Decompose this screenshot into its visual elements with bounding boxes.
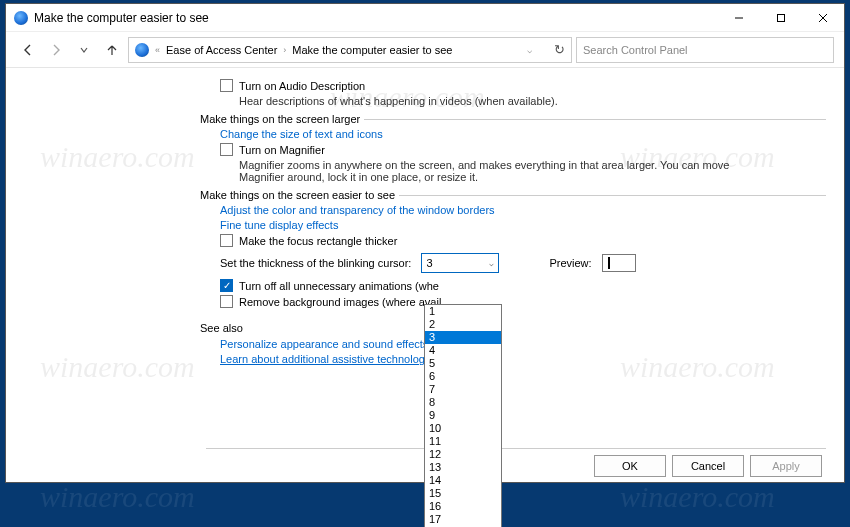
link-fine-tune[interactable]: Fine tune display effects xyxy=(220,219,826,231)
cursor-thickness-row: Set the thickness of the blinking cursor… xyxy=(220,253,826,273)
up-button[interactable] xyxy=(100,38,124,62)
section-larger: Make things on the screen larger xyxy=(200,113,826,125)
dropdown-option[interactable]: 17 xyxy=(425,513,501,526)
address-bar[interactable]: « Ease of Access Center › Make the compu… xyxy=(128,37,572,63)
cancel-button[interactable]: Cancel xyxy=(672,455,744,477)
apply-button[interactable]: Apply xyxy=(750,455,822,477)
dropdown-option[interactable]: 13 xyxy=(425,461,501,474)
dropdown-option[interactable]: 3 xyxy=(425,331,501,344)
search-input[interactable]: Search Control Panel xyxy=(576,37,834,63)
section-easier: Make things on the screen easier to see xyxy=(200,189,826,201)
focus-rectangle-label: Make the focus rectangle thicker xyxy=(239,235,397,247)
dropdown-option[interactable]: 6 xyxy=(425,370,501,383)
dropdown-option[interactable]: 2 xyxy=(425,318,501,331)
location-icon xyxy=(135,43,149,57)
forward-button[interactable] xyxy=(44,38,68,62)
magnifier-checkbox[interactable] xyxy=(220,143,233,156)
cursor-preview xyxy=(602,254,636,272)
background-images-checkbox[interactable] xyxy=(220,295,233,308)
chevron-down-icon: ⌵ xyxy=(489,259,494,268)
recent-dropdown[interactable] xyxy=(72,38,96,62)
preview-label: Preview: xyxy=(549,257,591,269)
window-controls xyxy=(718,4,844,32)
dropdown-option[interactable]: 9 xyxy=(425,409,501,422)
dropdown-option[interactable]: 5 xyxy=(425,357,501,370)
search-placeholder: Search Control Panel xyxy=(583,44,688,56)
maximize-button[interactable] xyxy=(760,4,802,32)
see-also-heading: See also xyxy=(200,322,826,334)
dropdown-option[interactable]: 15 xyxy=(425,487,501,500)
dialog-buttons: OK Cancel Apply xyxy=(206,448,826,482)
window-title: Make the computer easier to see xyxy=(34,11,718,25)
breadcrumb-current[interactable]: Make the computer easier to see xyxy=(292,44,452,56)
link-change-text-size[interactable]: Change the size of text and icons xyxy=(220,128,826,140)
section-larger-title: Make things on the screen larger xyxy=(200,113,364,125)
link-window-borders[interactable]: Adjust the color and transparency of the… xyxy=(220,204,826,216)
link-personalize[interactable]: Personalize appearance and sound effects xyxy=(220,338,826,350)
section-easier-title: Make things on the screen easier to see xyxy=(200,189,399,201)
cursor-thickness-dropdown[interactable]: 1234567891011121314151617181920 xyxy=(424,304,502,527)
close-button[interactable] xyxy=(802,4,844,32)
dropdown-option[interactable]: 10 xyxy=(425,422,501,435)
magnifier-desc: Magnifier zooms in anywhere on the scree… xyxy=(239,159,759,183)
dropdown-option[interactable]: 7 xyxy=(425,383,501,396)
dropdown-option[interactable]: 1 xyxy=(425,305,501,318)
nav-toolbar: « Ease of Access Center › Make the compu… xyxy=(6,32,844,68)
dropdown-option[interactable]: 14 xyxy=(425,474,501,487)
audio-description-checkbox[interactable] xyxy=(220,79,233,92)
breadcrumb-parent[interactable]: Ease of Access Center xyxy=(166,44,277,56)
chevron-down-icon[interactable]: ⌵ xyxy=(527,45,532,55)
ok-button[interactable]: OK xyxy=(594,455,666,477)
magnifier-label: Turn on Magnifier xyxy=(239,144,325,156)
audio-description-desc: Hear descriptions of what's happening in… xyxy=(239,95,759,107)
dropdown-option[interactable]: 16 xyxy=(425,500,501,513)
link-assistive-tech[interactable]: Learn about additional assistive technol… xyxy=(220,353,826,365)
cursor-thickness-label: Set the thickness of the blinking cursor… xyxy=(220,257,411,269)
cursor-thickness-combobox[interactable]: 3 ⌵ xyxy=(421,253,499,273)
refresh-icon[interactable]: ↻ xyxy=(554,42,565,57)
back-button[interactable] xyxy=(16,38,40,62)
titlebar: Make the computer easier to see xyxy=(6,4,844,32)
dropdown-option[interactable]: 4 xyxy=(425,344,501,357)
svg-rect-1 xyxy=(778,14,785,21)
background-images-label: Remove background images (where avail xyxy=(239,296,441,308)
watermark: winaero.com xyxy=(40,480,195,514)
animations-label: Turn off all unnecessary animations (whe xyxy=(239,280,439,292)
audio-description-label: Turn on Audio Description xyxy=(239,80,365,92)
cursor-thickness-value: 3 xyxy=(426,257,432,269)
dropdown-option[interactable]: 12 xyxy=(425,448,501,461)
breadcrumb-sep: « xyxy=(155,45,160,55)
dropdown-option[interactable]: 8 xyxy=(425,396,501,409)
minimize-button[interactable] xyxy=(718,4,760,32)
cursor-caret xyxy=(608,257,610,269)
watermark: winaero.com xyxy=(620,480,775,514)
focus-rectangle-checkbox[interactable] xyxy=(220,234,233,247)
dropdown-option[interactable]: 11 xyxy=(425,435,501,448)
control-panel-icon xyxy=(14,11,28,25)
chevron-right-icon: › xyxy=(283,45,286,55)
animations-checkbox[interactable]: ✓ xyxy=(220,279,233,292)
control-panel-window: Make the computer easier to see « Ease o… xyxy=(5,3,845,483)
